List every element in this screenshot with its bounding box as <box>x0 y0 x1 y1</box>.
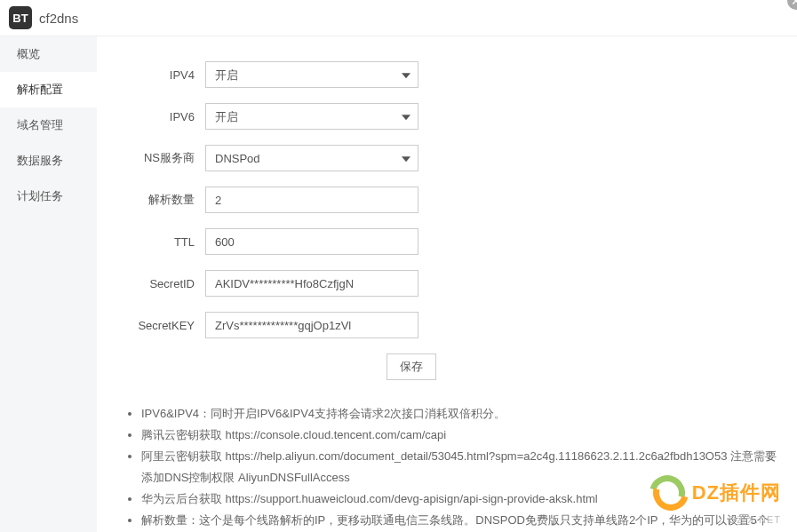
label-ipv4: IPV4 <box>115 68 195 82</box>
app-header: BT cf2dns ✕ <box>0 0 797 36</box>
sidebar-item-label: 解析配置 <box>17 82 63 98</box>
content-panel: IPV4 开启 IPV6 开启 NS服务商 DNSPod <box>97 36 797 532</box>
watermark-subtext: DZ-X.NET <box>729 514 781 525</box>
label-secret-id: SecretID <box>115 277 195 290</box>
app-title: cf2dns <box>39 11 78 26</box>
sidebar-item-cron-tasks[interactable]: 计划任务 <box>0 179 97 214</box>
sidebar: 概览 解析配置 域名管理 数据服务 计划任务 <box>0 36 97 532</box>
help-item: 阿里云密钥获取 https://help.aliyun.com/document… <box>141 446 779 488</box>
help-item: 解析数量：这个是每个线路解析的IP，更移动联通电信三条线路。DNSPOD免费版只… <box>141 510 779 531</box>
input-secret-id[interactable] <box>205 270 418 297</box>
bt-logo-icon: BT <box>9 6 32 29</box>
select-ns-provider[interactable]: DNSPod <box>205 145 418 171</box>
row-resolve-count: 解析数量 <box>115 187 779 213</box>
row-ipv6: IPV6 开启 <box>115 103 779 130</box>
main-layout: 概览 解析配置 域名管理 数据服务 计划任务 IPV4 开启 IPV6 <box>0 36 797 532</box>
sidebar-item-label: 概览 <box>17 46 40 62</box>
label-ttl: TTL <box>115 235 195 249</box>
help-list: IPV6&IPV4：同时开启IPV6&IPV4支持将会请求2次接口消耗双倍积分。… <box>115 403 779 531</box>
sidebar-item-label: 计划任务 <box>17 188 63 204</box>
help-item: 腾讯云密钥获取 https://console.cloud.tencent.co… <box>141 425 779 446</box>
sidebar-item-resolve-config[interactable]: 解析配置 <box>0 72 97 107</box>
help-item: IPV6&IPV4：同时开启IPV6&IPV4支持将会请求2次接口消耗双倍积分。 <box>141 403 779 425</box>
sidebar-item-domain-manage[interactable]: 域名管理 <box>0 107 97 143</box>
sidebar-item-label: 域名管理 <box>17 117 63 133</box>
select-ipv4[interactable]: 开启 <box>205 61 418 88</box>
label-ipv6: IPV6 <box>115 110 195 123</box>
submit-row: 保存 <box>115 353 779 380</box>
row-secret-key: SecretKEY <box>115 312 779 338</box>
row-ns-provider: NS服务商 DNSPod <box>115 145 779 171</box>
input-resolve-count[interactable] <box>205 187 418 213</box>
sidebar-item-overview[interactable]: 概览 <box>0 36 97 72</box>
label-ns-provider: NS服务商 <box>115 150 195 166</box>
sidebar-item-data-service[interactable]: 数据服务 <box>0 143 97 179</box>
row-secret-id: SecretID <box>115 270 779 297</box>
input-ttl[interactable] <box>205 228 418 255</box>
close-icon[interactable]: ✕ <box>787 0 797 10</box>
input-secret-key[interactable] <box>205 312 418 338</box>
save-button[interactable]: 保存 <box>387 353 436 380</box>
row-ttl: TTL <box>115 228 779 255</box>
sidebar-item-label: 数据服务 <box>17 153 63 169</box>
help-item: 华为云后台获取 https://support.huaweicloud.com/… <box>141 488 779 510</box>
label-secret-key: SecretKEY <box>115 319 195 332</box>
row-ipv4: IPV4 开启 <box>115 61 779 88</box>
label-resolve-count: 解析数量 <box>115 192 195 208</box>
select-ipv6[interactable]: 开启 <box>205 103 418 130</box>
